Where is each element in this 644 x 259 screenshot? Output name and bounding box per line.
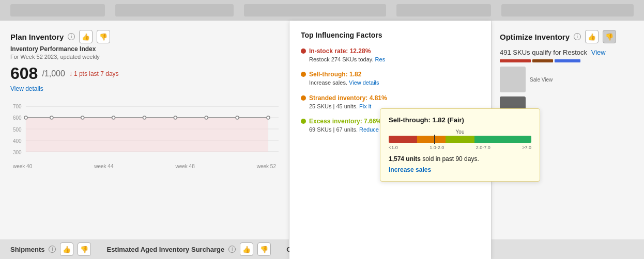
bar-segment-yellow <box>446 136 474 143</box>
bar-label-2-7: 2.0-7.0 <box>476 145 490 150</box>
middle-panel: Top Influencing Factors In-stock rate: 1… <box>289 21 491 259</box>
bottom-section-aged-inventory: Estimated Aged Inventory Surcharge i 👍 👎 <box>106 242 271 256</box>
aged-inventory-info-icon[interactable]: i <box>228 246 236 253</box>
svg-point-13 <box>236 116 239 119</box>
svg-point-12 <box>205 116 208 119</box>
factor-item-sellthrough: Sell-through: 1.82 Increase sales. View … <box>301 71 480 87</box>
top-bar-segment <box>396 4 491 17</box>
view-restock-link[interactable]: View <box>591 48 606 56</box>
plan-inventory-header: Plan Inventory i 👍 👎 <box>10 30 279 43</box>
bar-segment-red <box>389 136 417 143</box>
main-content: Plan Inventory i 👍 👎 Inventory Performan… <box>0 21 644 259</box>
chart-x-labels: week 40 week 44 week 48 week 52 <box>10 164 279 169</box>
top-bar <box>0 0 644 21</box>
left-panel: Plan Inventory i 👍 👎 Inventory Performan… <box>0 21 289 259</box>
factor-dot-red <box>301 48 306 54</box>
factor-dot-orange2 <box>301 95 306 101</box>
factor-detail-instock: Restock 274 SKUs today. Res <box>301 56 480 63</box>
product-label-1: Sale View <box>530 77 553 83</box>
top-bar-segment <box>244 4 386 17</box>
product-image-1 <box>500 67 526 92</box>
factor-dot-yellow-green <box>301 119 306 124</box>
factor-header-stranded: Stranded inventory: 4.81% <box>301 94 480 102</box>
optimize-inventory-title: Optimize Inventory <box>500 33 570 41</box>
factor-dot-orange <box>301 72 306 77</box>
view-details-link[interactable]: View details <box>10 85 279 92</box>
score-change: ↓ 1 pts last 7 days <box>69 70 119 77</box>
optimize-info-icon[interactable]: i <box>574 33 581 40</box>
factor-header-sellthrough: Sell-through: 1.82 <box>301 71 480 78</box>
increase-sales-link[interactable]: Increase sales <box>389 166 431 173</box>
plan-inventory-title: Plan Inventory <box>10 33 64 41</box>
color-bar-brown <box>532 59 553 62</box>
optimize-inventory-header: Optimize Inventory i 👍 👎 <box>500 30 636 43</box>
svg-point-14 <box>267 116 270 119</box>
bar-label-lt1: <1.0 <box>389 145 398 150</box>
sell-through-tooltip: Sell-through: 1.82 (Fair) You <1.0 1.0-2… <box>380 108 540 182</box>
x-label-week40: week 40 <box>13 164 32 169</box>
shipments-info-icon[interactable]: i <box>49 246 56 253</box>
x-label-week52: week 52 <box>257 164 276 169</box>
aged-inventory-thumbs-up[interactable]: 👍 <box>240 242 253 256</box>
x-label-week44: week 44 <box>94 164 113 169</box>
factor-header-instock: In-stock rate: 12.28% <box>301 47 480 55</box>
factor-name-stranded: Stranded inventory: 4.81% <box>309 94 387 102</box>
top-bar-segment <box>115 4 234 17</box>
shipments-thumbs-down[interactable]: 👎 <box>78 242 91 256</box>
you-indicator <box>434 135 435 144</box>
sku-qualify-row: 491 SKUs qualify for Restock View <box>500 48 636 56</box>
y-label-700: 700 <box>13 104 22 109</box>
y-label-500: 500 <box>13 127 22 133</box>
color-bars <box>500 59 636 62</box>
sellthrough-view-details-link[interactable]: View details <box>349 79 379 86</box>
optimize-thumbs-down-button[interactable]: 👎 <box>603 30 616 43</box>
top-bar-segment <box>10 4 105 17</box>
svg-point-10 <box>143 116 146 119</box>
svg-point-7 <box>50 116 53 119</box>
factor-name-instock: In-stock rate: 12.28% <box>309 47 371 55</box>
svg-marker-5 <box>26 118 268 152</box>
score-denom: /1,000 <box>42 69 65 78</box>
sku-qualify-text: 491 SKUs qualify for Restock <box>500 48 587 56</box>
y-label-400: 400 <box>13 138 22 144</box>
y-label-300: 300 <box>13 150 22 155</box>
svg-point-8 <box>81 116 84 119</box>
you-label: You <box>389 129 531 135</box>
tooltip-bar-section: You <1.0 1.0-2.0 2.0-7.0 >7.0 <box>389 129 531 150</box>
tooltip-title: Sell-through: 1.82 (Fair) <box>389 116 531 124</box>
thumbs-up-button[interactable]: 👍 <box>79 30 93 43</box>
thumbs-down-button[interactable]: 👎 <box>97 30 110 43</box>
svg-point-9 <box>112 116 115 119</box>
aged-inventory-title: Estimated Aged Inventory Surcharge <box>106 246 224 253</box>
color-bar-red <box>500 59 531 62</box>
shipments-thumbs-up[interactable]: 👍 <box>60 242 73 256</box>
factors-title: Top Influencing Factors <box>301 31 480 39</box>
x-label-week48: week 48 <box>176 164 195 169</box>
reduce-link[interactable]: Reduce <box>359 126 379 133</box>
chart-svg <box>10 99 279 160</box>
y-axis-labels: 700 600 500 400 300 <box>13 104 22 155</box>
optimize-thumbs-up-button[interactable]: 👍 <box>585 30 599 43</box>
factor-detail-sellthrough: Increase sales. View details <box>301 79 480 87</box>
bar-segment-green <box>474 136 531 143</box>
factor-name-excess: Excess inventory: 7.66% <box>309 118 381 125</box>
fix-it-link[interactable]: Fix it <box>359 103 371 109</box>
shipments-title: Shipments <box>10 246 44 253</box>
bar-label-gt7: >7.0 <box>522 145 531 150</box>
svg-point-6 <box>24 116 27 119</box>
restock-link[interactable]: Res <box>375 56 386 62</box>
plan-inventory-info-icon[interactable]: i <box>68 33 75 40</box>
bottom-section-shipments: Shipments i 👍 👎 <box>10 242 91 256</box>
arrow-down-icon: ↓ <box>69 70 72 77</box>
color-bar-blue <box>555 59 580 62</box>
aged-inventory-thumbs-down[interactable]: 👎 <box>257 242 271 256</box>
tooltip-stats: 1,574 units sold in past 90 days. <box>389 155 531 163</box>
y-label-600: 600 <box>13 115 22 121</box>
bar-container <box>389 136 531 143</box>
bar-labels: <1.0 1.0-2.0 2.0-7.0 >7.0 <box>389 145 531 150</box>
score-change-text: 1 pts last 7 days <box>74 70 119 77</box>
svg-point-11 <box>174 116 177 119</box>
score-row: 608 /1,000 ↓ 1 pts last 7 days <box>10 64 279 83</box>
top-bar-segment <box>501 4 634 17</box>
factor-item-instock: In-stock rate: 12.28% Restock 274 SKUs t… <box>301 47 480 63</box>
